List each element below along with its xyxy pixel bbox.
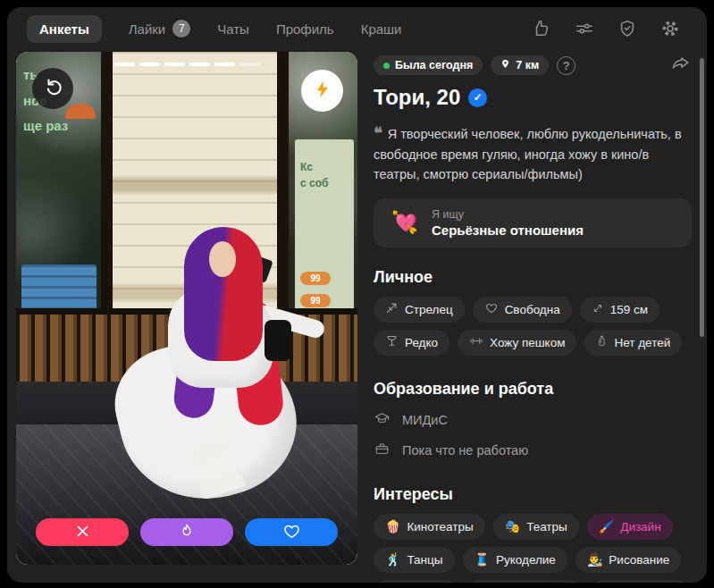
share-icon[interactable] xyxy=(669,54,692,77)
superlike-button[interactable] xyxy=(140,518,233,546)
person-handbag xyxy=(265,320,291,361)
personal-chip-row: Стрелец Свободна 159 см xyxy=(374,297,692,323)
undo-icon xyxy=(42,76,63,101)
chip-zodiac[interactable]: Стрелец xyxy=(374,297,465,323)
chip-fitness[interactable]: Хожу пешком xyxy=(458,330,576,356)
flame-icon xyxy=(179,523,195,542)
name-row: Тори, 20 ✓ xyxy=(374,85,692,110)
chip-relationship[interactable]: Свободна xyxy=(473,297,572,323)
tab-profiles[interactable]: Анкеты xyxy=(27,15,102,43)
help-icon[interactable]: ? xyxy=(557,56,575,75)
interest-chip-drawing[interactable]: 👨‍🎨 Рисование xyxy=(575,547,681,573)
wine-glass-icon xyxy=(385,334,399,350)
chip-height[interactable]: 159 см xyxy=(580,297,659,323)
profile-info: Была сегодня 7 км ? Тори, 20 ✓ ❝Я творче… xyxy=(374,54,692,583)
undo-button[interactable] xyxy=(32,68,73,109)
looking-for-label: Я ищу xyxy=(432,208,584,221)
graduation-cap-icon xyxy=(374,411,391,429)
looking-for-value: Серьёзные отношения xyxy=(432,223,584,238)
heart-icon xyxy=(283,523,300,542)
personal-chip-row: Редко Хожу пешком Нет детей xyxy=(374,330,692,356)
dancer-emoji: 🕺 xyxy=(385,552,400,567)
bio-text: ❝Я творческий человек, люблю рукодельнич… xyxy=(374,122,692,185)
quote-icon: ❝ xyxy=(374,124,382,142)
photo-carousel-indicator[interactable] xyxy=(16,63,357,66)
chip-children[interactable]: Нет детей xyxy=(584,330,682,356)
action-button-row xyxy=(16,518,357,546)
like-button[interactable] xyxy=(245,518,338,546)
profile-photo-card[interactable]: тьноеще раз Ксс соб 99 99 xyxy=(16,52,357,565)
interests-chip-row: 🍿 Кинотеатры 🎭 Театры 🖌️ Дизайн xyxy=(374,514,692,540)
app-window: Анкеты Лайки 7 Чаты Профиль Краши xyxy=(7,7,707,583)
scrollbar-thumb[interactable] xyxy=(700,58,704,337)
tab-likes-label: Лайки xyxy=(129,21,166,37)
interest-chip-handicraft[interactable]: 🧵 Рукоделие xyxy=(463,547,567,573)
distance-badge: 7 км xyxy=(491,55,549,75)
likes-count-badge: 7 xyxy=(172,20,190,38)
interest-chip-dance[interactable]: 🕺 Танцы xyxy=(374,547,455,573)
interest-chip-partial[interactable] xyxy=(590,580,690,584)
paintbrush-emoji: 🖌️ xyxy=(599,519,614,533)
thread-emoji: 🧵 xyxy=(475,552,490,567)
top-nav: Анкеты Лайки 7 Чаты Профиль Краши xyxy=(7,7,707,50)
storefront-logo xyxy=(65,104,96,119)
settings-gear-icon[interactable] xyxy=(660,19,680,38)
status-row: Была сегодня 7 км ? xyxy=(374,54,692,77)
last-seen-text: Была сегодня xyxy=(395,59,473,71)
filters-icon[interactable] xyxy=(575,19,594,38)
briefcase-icon xyxy=(374,441,391,459)
profile-name: Тори, 20 xyxy=(374,85,460,110)
person-face xyxy=(209,241,236,277)
work-label: Пока что не работаю xyxy=(402,443,528,458)
lightning-icon xyxy=(313,80,332,103)
popcorn-emoji: 🍿 xyxy=(385,519,400,533)
interest-chip-theatre[interactable]: 🎭 Театры xyxy=(493,514,579,540)
distance-text: 7 км xyxy=(516,59,539,71)
interest-chip-partial[interactable] xyxy=(467,580,582,584)
section-title-interests: Интересы xyxy=(374,485,692,504)
education-item: МИДиС xyxy=(374,411,692,429)
boost-button[interactable] xyxy=(301,70,343,112)
height-arrows-icon xyxy=(592,302,604,317)
education-label: МИДиС xyxy=(402,413,448,427)
work-item: Пока что не работаю xyxy=(374,441,692,459)
masks-emoji: 🎭 xyxy=(505,519,520,533)
chip-alcohol[interactable]: Редко xyxy=(374,330,449,356)
sagittarius-icon xyxy=(385,301,399,317)
section-title-personal: Личное xyxy=(374,268,692,287)
tab-likes[interactable]: Лайки 7 xyxy=(129,20,191,38)
x-icon xyxy=(75,524,90,542)
shield-check-icon[interactable] xyxy=(617,19,637,38)
interest-chip-design[interactable]: 🖌️ Дизайн xyxy=(587,514,673,540)
location-pin-icon xyxy=(500,58,510,72)
verified-badge-icon: ✓ xyxy=(468,88,487,107)
artist-emoji: 👨‍🎨 xyxy=(587,552,602,567)
tab-profile[interactable]: Профиль xyxy=(276,21,334,37)
last-seen-badge: Была сегодня xyxy=(374,55,483,75)
interest-chip-partial[interactable] xyxy=(374,580,459,584)
dumbbell-icon xyxy=(469,334,483,350)
tab-crushes[interactable]: Краши xyxy=(361,21,402,37)
thumbs-up-icon[interactable] xyxy=(532,19,551,38)
interests-chip-row: 🕺 Танцы 🧵 Рукоделие 👨‍🎨 Рисование xyxy=(374,547,692,573)
section-title-education: Образование и работа xyxy=(374,380,692,399)
interests-chip-row-partial xyxy=(374,580,692,584)
looking-for-card[interactable]: 💘 Я ищу Серьёзные отношения xyxy=(374,198,692,248)
online-dot xyxy=(383,63,390,69)
tab-chats[interactable]: Чаты xyxy=(217,21,249,37)
heart-icon xyxy=(484,301,499,317)
dislike-button[interactable] xyxy=(36,518,129,546)
heart-arrow-emoji: 💘 xyxy=(391,210,418,235)
baby-bottle-icon xyxy=(596,334,608,350)
interest-chip-cinema[interactable]: 🍿 Кинотеатры xyxy=(374,514,485,540)
